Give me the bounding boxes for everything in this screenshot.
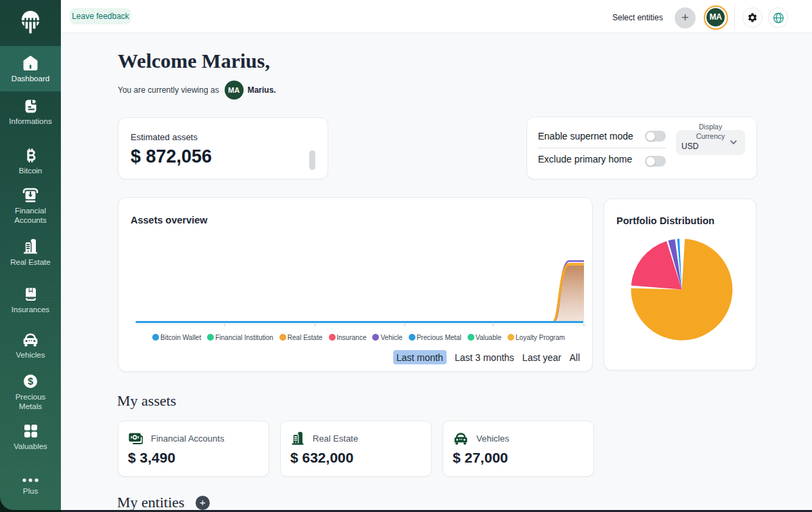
- svg-text:$: $: [28, 376, 33, 387]
